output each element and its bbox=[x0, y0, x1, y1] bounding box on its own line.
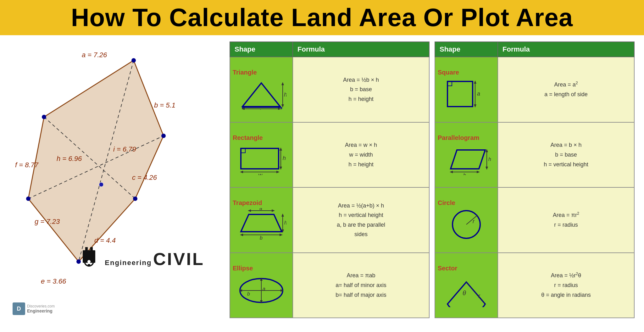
svg-marker-80 bbox=[486, 167, 488, 170]
watermark: D Discoveries.com Engineering bbox=[13, 302, 55, 315]
svg-text:θ: θ bbox=[463, 290, 466, 296]
left-formula-table: Shape Formula Triangle bbox=[230, 42, 430, 318]
logo-icon bbox=[76, 244, 102, 274]
svg-marker-47 bbox=[276, 171, 280, 173]
svg-marker-0 bbox=[28, 60, 164, 262]
svg-rect-25 bbox=[88, 257, 90, 259]
parallelogram-formula: Area = b × hb = baseh = vertical height bbox=[498, 122, 634, 188]
triangle-cell: Triangle h bbox=[230, 57, 293, 122]
svg-text:e = 3.66: e = 3.66 bbox=[41, 277, 66, 285]
trapezoid-img: a h bbox=[230, 207, 292, 242]
svg-marker-32 bbox=[281, 82, 284, 85]
svg-marker-55 bbox=[281, 213, 284, 217]
table-row: Rectangle h bbox=[230, 122, 429, 188]
watermark-discoveries: Discoveries.com bbox=[27, 304, 55, 308]
svg-point-9 bbox=[26, 196, 31, 201]
svg-rect-40 bbox=[241, 148, 245, 153]
svg-marker-53 bbox=[241, 214, 282, 232]
svg-text:b: b bbox=[463, 173, 466, 175]
svg-text:a: a bbox=[477, 91, 480, 97]
sector-cell: Sector θ r bbox=[435, 253, 498, 318]
parallelogram-name: Parallelogram bbox=[435, 133, 497, 142]
svg-rect-27 bbox=[92, 260, 94, 263]
svg-point-28 bbox=[87, 260, 91, 263]
right-table-col2: Formula bbox=[498, 42, 634, 57]
square-cell: Square a bbox=[435, 57, 498, 122]
svg-marker-83 bbox=[450, 171, 453, 173]
svg-point-4 bbox=[99, 182, 103, 187]
svg-text:b = 5.1: b = 5.1 bbox=[154, 101, 175, 109]
triangle-formula: Area = ½b × hb = baseh = height bbox=[293, 57, 429, 122]
svg-text:h: h bbox=[488, 157, 491, 162]
ellipse-cell: Ellipse b bbox=[230, 253, 293, 318]
table-row: Ellipse b bbox=[230, 253, 429, 318]
table-row: Square a bbox=[435, 57, 634, 122]
square-img: a bbox=[435, 77, 497, 111]
svg-text:f = 8.77: f = 8.77 bbox=[15, 161, 39, 169]
ellipse-formula: Area = πaba= half of minor axisb= half o… bbox=[293, 253, 429, 318]
svg-marker-59 bbox=[240, 234, 243, 236]
svg-text:h: h bbox=[284, 220, 286, 225]
parallelogram-cell: Parallelogram h bbox=[435, 122, 498, 188]
svg-text:h: h bbox=[283, 155, 286, 161]
table-row: Triangle h bbox=[230, 57, 429, 122]
svg-marker-37 bbox=[278, 108, 281, 110]
circle-name: Circle bbox=[435, 198, 497, 207]
svg-rect-72 bbox=[447, 81, 452, 86]
ellipse-name: Ellipse bbox=[230, 263, 292, 273]
circle-formula: Area = πr2r = radius bbox=[498, 187, 634, 253]
table-row: Sector θ r bbox=[435, 253, 634, 318]
rectangle-formula: Area = w × hw = widthh = height bbox=[293, 122, 429, 188]
rectangle-img: h w bbox=[230, 142, 292, 177]
svg-text:h: h bbox=[284, 91, 286, 98]
ellipse-img: b a bbox=[230, 273, 292, 307]
svg-text:r: r bbox=[473, 218, 475, 224]
svg-marker-46 bbox=[240, 171, 243, 173]
svg-text:h = 6.96: h = 6.96 bbox=[57, 155, 82, 163]
triangle-img: h b bbox=[230, 77, 292, 111]
main-content: a = 7.26 b = 5.1 c = 4.26 d = 4.4 e = 3.… bbox=[0, 35, 644, 324]
svg-marker-50 bbox=[248, 209, 251, 212]
page-header: How To Calculate Land Area Or Plot Area bbox=[0, 0, 644, 35]
rectangle-name: Rectangle bbox=[230, 133, 292, 142]
svg-text:b: b bbox=[259, 108, 263, 110]
svg-text:i = 6.79: i = 6.79 bbox=[113, 145, 136, 153]
circle-cell: Circle r bbox=[435, 187, 498, 253]
tables-section: Shape Formula Triangle bbox=[230, 42, 635, 318]
square-name: Square bbox=[435, 68, 497, 77]
svg-rect-71 bbox=[447, 81, 473, 107]
svg-point-6 bbox=[161, 134, 166, 138]
table-row: Trapezoid a bbox=[230, 187, 429, 253]
left-table-col2: Formula bbox=[293, 42, 429, 57]
svg-marker-33 bbox=[281, 104, 284, 108]
svg-marker-29 bbox=[242, 83, 280, 107]
logo-text: Engineering CIVIL bbox=[105, 250, 204, 268]
svg-marker-75 bbox=[474, 104, 476, 108]
svg-line-87 bbox=[466, 215, 478, 224]
svg-rect-39 bbox=[241, 148, 279, 169]
svg-marker-60 bbox=[280, 234, 283, 236]
left-table-col1: Shape bbox=[230, 42, 293, 57]
table-row: Circle r Area = πr2r = radius bbox=[435, 187, 634, 253]
svg-text:a = 7.26: a = 7.26 bbox=[82, 51, 107, 59]
svg-text:b: b bbox=[247, 291, 250, 296]
watermark-engineering: Engineering bbox=[27, 308, 55, 313]
svg-text:c = 4.26: c = 4.26 bbox=[132, 174, 157, 181]
sector-img: θ r bbox=[435, 273, 497, 307]
right-formula-table: Shape Formula Square bbox=[435, 42, 635, 318]
trapezoid-formula: Area = ½(a+b) × hh = vertical heighta, b… bbox=[293, 187, 429, 253]
parallelogram-img: h b bbox=[435, 142, 497, 177]
svg-marker-43 bbox=[280, 167, 282, 170]
svg-text:r: r bbox=[478, 293, 480, 299]
svg-rect-21 bbox=[85, 247, 88, 251]
svg-text:b: b bbox=[260, 235, 263, 241]
trapezoid-name: Trapezoid bbox=[230, 198, 292, 207]
right-table-col1: Shape bbox=[435, 42, 498, 57]
table-row: Parallelogram h bbox=[435, 122, 634, 188]
logo-civil-text: CIVIL bbox=[153, 249, 204, 269]
watermark-text: Discoveries.com Engineering bbox=[27, 304, 55, 313]
svg-text:d = 4.4: d = 4.4 bbox=[94, 236, 116, 244]
watermark-icon: D bbox=[13, 302, 25, 315]
svg-point-7 bbox=[133, 196, 137, 201]
svg-marker-74 bbox=[474, 80, 476, 84]
